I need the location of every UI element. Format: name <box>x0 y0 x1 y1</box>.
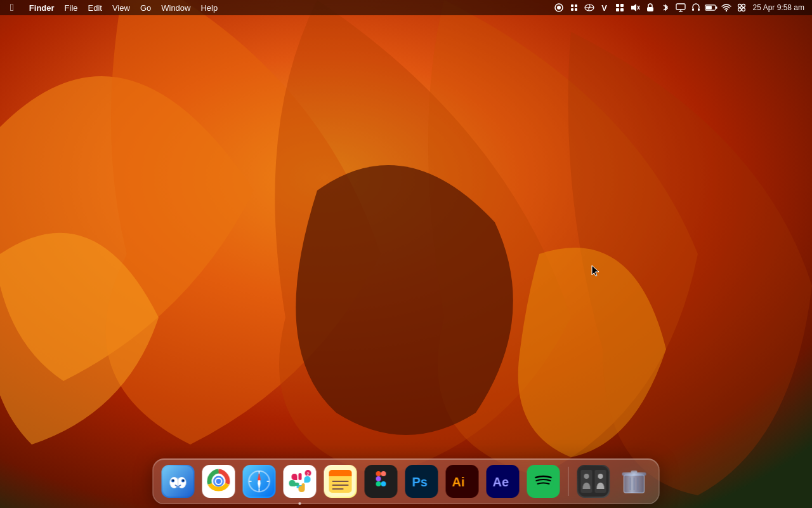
svg-rect-23 <box>716 6 717 9</box>
svg-text:Ps: Ps <box>412 475 428 489</box>
svg-rect-86 <box>595 470 606 493</box>
illustrator-icon: Ai <box>446 465 479 498</box>
dock-item-photoshop[interactable]: Ps <box>403 463 440 500</box>
menu-edit[interactable]: Edit <box>83 0 107 15</box>
svg-rect-20 <box>692 8 694 11</box>
headphones-icon[interactable] <box>690 1 702 14</box>
svg-rect-24 <box>705 6 711 9</box>
mute-icon[interactable] <box>629 1 641 14</box>
finder-icon <box>162 465 195 498</box>
menubar-right: V <box>553 1 807 14</box>
svg-rect-65 <box>329 474 352 476</box>
menubar:  Finder File Edit View Go Window Help V <box>0 0 812 15</box>
trash-icon <box>618 465 651 498</box>
dock-item-safari[interactable] <box>241 463 278 500</box>
screen-record-icon[interactable] <box>553 1 565 14</box>
svg-point-28 <box>738 8 741 11</box>
dock-item-illustrator[interactable]: Ai <box>444 463 481 500</box>
dock-item-trash[interactable] <box>616 463 653 500</box>
svg-rect-58 <box>292 483 299 486</box>
figma-icon <box>365 465 398 498</box>
menu-icon-3[interactable] <box>583 1 596 14</box>
slack-icon: 2 <box>284 465 317 498</box>
after-effects-icon: Ae <box>487 465 520 498</box>
svg-rect-95 <box>631 471 638 473</box>
menu-file[interactable]: File <box>60 0 83 15</box>
svg-text:Ai: Ai <box>452 475 465 489</box>
dock-item-figma[interactable] <box>363 463 400 500</box>
dock-container: 2 <box>153 458 660 504</box>
svg-rect-55 <box>285 466 315 497</box>
svg-text:2: 2 <box>307 472 310 476</box>
svg-text:Ae: Ae <box>493 475 509 489</box>
svg-rect-3 <box>571 4 573 7</box>
svg-point-54 <box>258 480 261 483</box>
menu-icon-grid[interactable] <box>613 1 626 14</box>
photoshop-icon: Ps <box>405 465 438 498</box>
svg-rect-9 <box>616 4 619 7</box>
menu-datetime: 25 Apr 9:58 am <box>750 3 807 12</box>
svg-rect-4 <box>575 4 577 7</box>
desktop:  Finder File Edit View Go Window Help V <box>0 0 812 508</box>
svg-point-87 <box>584 474 589 479</box>
slack-dot <box>299 502 301 505</box>
spotify-icon <box>527 465 560 498</box>
svg-rect-85 <box>581 470 593 493</box>
dock-item-notes[interactable] <box>322 463 359 500</box>
dock-item-spotify[interactable] <box>525 463 562 500</box>
menubar-left:  Finder File Edit View Go Window Help <box>5 0 223 15</box>
dock-separator <box>568 467 569 496</box>
svg-rect-10 <box>620 4 624 7</box>
bluetooth-icon[interactable] <box>659 1 672 14</box>
svg-rect-5 <box>571 8 573 11</box>
svg-rect-56 <box>299 473 302 480</box>
svg-rect-21 <box>698 8 700 11</box>
dock: 2 <box>153 458 660 504</box>
dock-item-finder[interactable] <box>160 463 197 500</box>
notes-icon <box>324 465 357 498</box>
svg-point-27 <box>742 4 745 8</box>
battery-icon[interactable] <box>705 1 717 14</box>
svg-point-29 <box>742 8 745 11</box>
apple-menu[interactable]:  <box>5 2 19 13</box>
menu-window[interactable]: Window <box>156 0 195 15</box>
menu-icon-2[interactable] <box>568 1 580 14</box>
dock-item-notchmeister[interactable] <box>575 463 612 500</box>
menu-finder[interactable]: Finder <box>24 0 60 15</box>
lock-icon[interactable] <box>644 1 657 14</box>
wallpaper <box>0 0 812 508</box>
wifi-icon[interactable] <box>720 1 733 14</box>
notchmeister-icon <box>577 465 610 498</box>
svg-point-74 <box>381 481 386 486</box>
dock-item-after-effects[interactable]: Ae <box>485 463 521 500</box>
svg-point-25 <box>725 10 726 11</box>
svg-rect-17 <box>676 4 685 10</box>
menu-view[interactable]: View <box>107 0 135 15</box>
control-center-icon[interactable] <box>735 1 748 14</box>
svg-point-88 <box>598 474 603 479</box>
svg-rect-12 <box>620 8 624 11</box>
svg-rect-71 <box>381 471 386 476</box>
svg-point-38 <box>183 480 184 481</box>
svg-rect-11 <box>616 8 619 11</box>
svg-point-2 <box>557 6 561 10</box>
svg-point-26 <box>738 4 741 8</box>
menu-icon-v[interactable]: V <box>598 1 611 14</box>
svg-rect-6 <box>575 8 577 11</box>
svg-rect-73 <box>376 481 381 486</box>
svg-rect-16 <box>647 7 653 11</box>
monitor-icon[interactable] <box>674 1 687 14</box>
chrome-icon <box>202 465 235 498</box>
svg-rect-59 <box>302 483 305 490</box>
svg-marker-13 <box>631 4 636 11</box>
svg-point-44 <box>216 479 221 484</box>
dock-item-slack[interactable]: 2 <box>282 463 318 500</box>
svg-point-37 <box>173 480 174 481</box>
menu-help[interactable]: Help <box>195 0 223 15</box>
menu-go[interactable]: Go <box>135 0 156 15</box>
dock-item-chrome[interactable] <box>200 463 237 500</box>
safari-icon <box>243 465 276 498</box>
